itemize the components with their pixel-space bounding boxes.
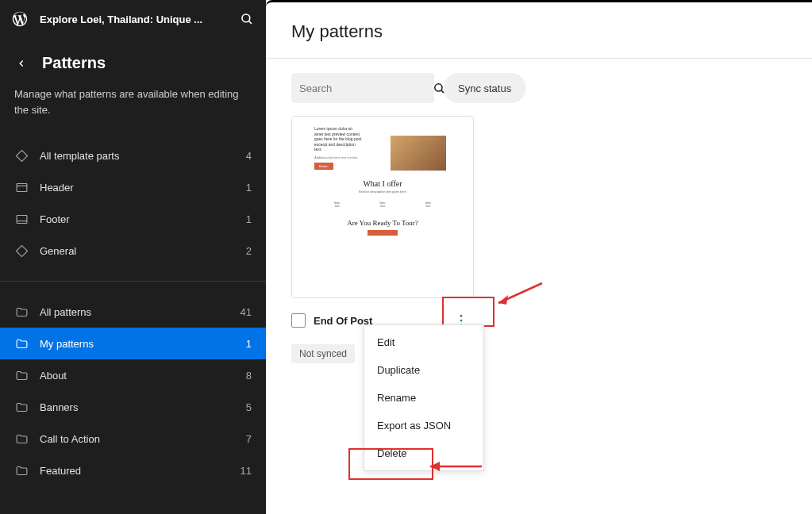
pattern-preview: Lorem ipsum dolor sit amet text preview …: [292, 117, 473, 297]
sidebar: Explore Loei, Thailand: Unique ... Patte…: [0, 0, 266, 514]
dropdown-export-json[interactable]: Export as JSON: [364, 412, 483, 439]
diamond-icon: [14, 148, 29, 163]
nav-footer[interactable]: Footer 1: [0, 203, 266, 235]
folder-icon: [14, 400, 29, 414]
nav-general[interactable]: General 2: [0, 235, 266, 267]
nav-about[interactable]: About 8: [0, 359, 266, 391]
svg-marker-14: [498, 295, 508, 305]
preview-button-2: [368, 230, 398, 236]
sync-status-tag: Not synced: [291, 344, 355, 363]
svg-rect-3: [17, 183, 27, 191]
folder-icon: [14, 463, 29, 478]
nav-banners[interactable]: Banners 5: [0, 391, 266, 423]
content: Lorem ipsum dolor sit amet text preview …: [266, 116, 812, 363]
nav-my-patterns[interactable]: My patterns 1: [0, 328, 266, 359]
header-icon: [14, 180, 29, 194]
toolbar: Sync status: [291, 59, 812, 116]
dropdown-rename[interactable]: Rename: [364, 384, 483, 412]
preview-image: [391, 136, 446, 171]
search-input[interactable]: [299, 82, 433, 94]
back-icon[interactable]: [14, 56, 29, 71]
preview-heading: What I offer: [314, 179, 451, 188]
template-parts-list: All template parts 4 Header 1 Footer 1 G…: [0, 133, 266, 273]
folder-icon: [14, 432, 29, 446]
actions-dropdown: Edit Duplicate Rename Export as JSON Del…: [364, 324, 484, 471]
dropdown-edit[interactable]: Edit: [364, 328, 483, 356]
main-panel: My patterns Sync status Lorem ipsum dolo…: [266, 0, 812, 514]
pattern-checkbox[interactable]: [291, 313, 306, 328]
nav-call-to-action[interactable]: Call to Action 7: [0, 423, 266, 455]
sync-status-button[interactable]: Sync status: [444, 73, 525, 103]
search-icon[interactable]: [237, 10, 256, 29]
diamond-icon: [14, 244, 29, 258]
folder-icon: [14, 368, 29, 382]
svg-point-0: [242, 14, 250, 22]
svg-line-1: [249, 21, 252, 24]
section-header: Patterns: [0, 38, 266, 86]
search-box[interactable]: [291, 73, 434, 103]
preview-button: Button: [314, 163, 333, 170]
dropdown-duplicate[interactable]: Duplicate: [364, 356, 483, 384]
svg-marker-16: [430, 462, 440, 471]
top-bar: Explore Loei, Thailand: Unique ...: [0, 0, 266, 38]
folder-icon: [14, 336, 29, 351]
site-title[interactable]: Explore Loei, Thailand: Unique ...: [40, 13, 237, 25]
svg-point-11: [460, 320, 463, 322]
section-description: Manage what patterns are available when …: [0, 86, 266, 133]
pattern-card[interactable]: Lorem ipsum dolor sit amet text preview …: [291, 116, 474, 298]
footer-icon: [14, 212, 29, 226]
main-header: My patterns: [266, 2, 812, 58]
svg-point-10: [460, 315, 463, 317]
annotation-arrow-icon: [491, 279, 546, 311]
annotation-arrow-icon: [422, 458, 486, 474]
folder-icon: [14, 305, 29, 319]
section-title: Patterns: [42, 54, 106, 72]
nav-all-template-parts[interactable]: All template parts 4: [0, 140, 266, 171]
page-title: My patterns: [291, 21, 787, 42]
wordpress-icon[interactable]: [10, 9, 30, 29]
svg-rect-7: [16, 245, 27, 256]
svg-point-8: [435, 83, 442, 90]
divider: [0, 281, 266, 282]
svg-rect-5: [17, 215, 27, 223]
nav-all-patterns[interactable]: All patterns 41: [0, 296, 266, 328]
nav-featured[interactable]: Featured 11: [0, 455, 266, 486]
preview-heading-2: Are You Ready To Tour?: [314, 219, 451, 227]
nav-header[interactable]: Header 1: [0, 171, 266, 203]
svg-rect-2: [16, 150, 27, 161]
patterns-list: All patterns 41 My patterns 1 About 8 Ba…: [0, 290, 266, 493]
